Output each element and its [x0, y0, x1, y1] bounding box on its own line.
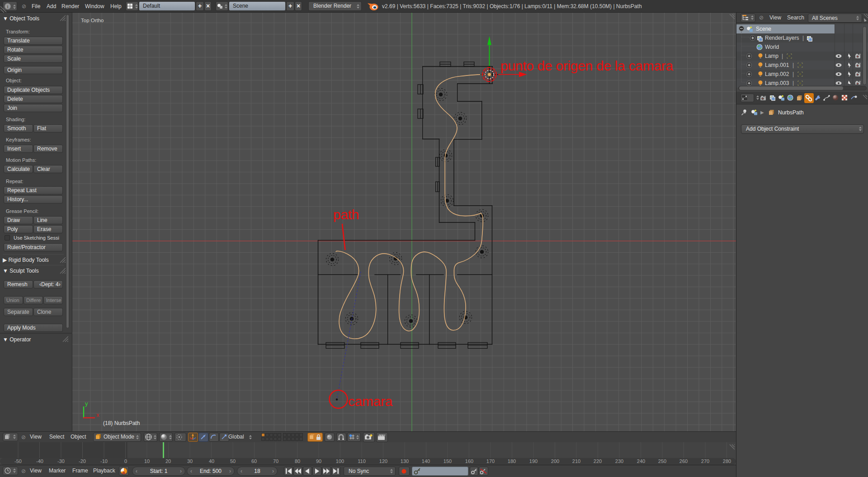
svg-text:x: x: [96, 411, 99, 418]
svg-text:y: y: [85, 400, 88, 407]
